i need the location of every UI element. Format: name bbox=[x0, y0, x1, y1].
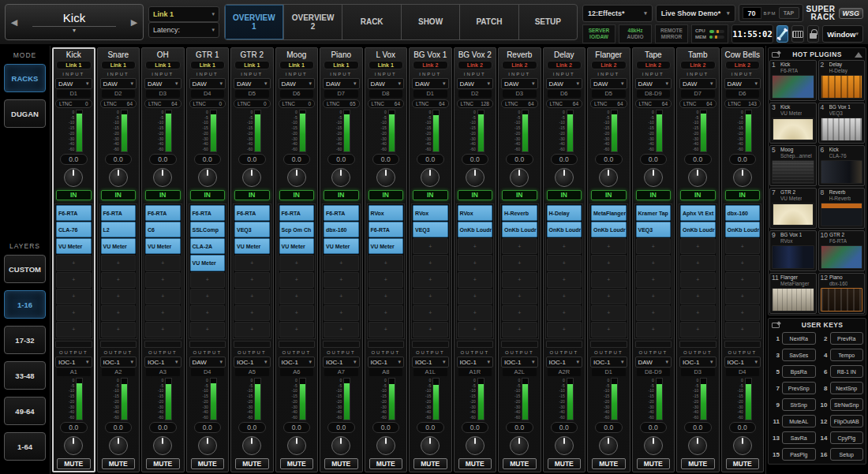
input-source-dropdown[interactable]: DAW ▾ bbox=[724, 78, 761, 89]
user-key-button-savses[interactable]: SavSes bbox=[782, 349, 816, 361]
channel-strip-gtr-2[interactable]: GTR 2 Link 1 INPUT DAW ▾ D5 LTNC 0 0-5-1… bbox=[230, 47, 274, 472]
tap-button[interactable]: TAP bbox=[779, 7, 799, 19]
hot-plugin-cell-4[interactable]: 4 BG Vox 1 VEQ3 bbox=[818, 103, 866, 144]
plugin-slot-l2[interactable]: L2 bbox=[101, 222, 137, 237]
channel-link-badge[interactable]: Link 2 bbox=[725, 61, 761, 69]
empty-plugin-slot[interactable]: + bbox=[502, 305, 537, 321]
empty-plugin-slot[interactable]: + bbox=[680, 322, 716, 338]
plugin-slot-veq3[interactable]: VEQ3 bbox=[413, 222, 448, 237]
output-source-dropdown[interactable]: IOC-1 ▾ bbox=[457, 356, 494, 368]
channel-name[interactable]: Delay bbox=[544, 49, 585, 61]
empty-plugin-slot[interactable]: + bbox=[279, 305, 315, 321]
channel-link-badge[interactable]: Link 1 bbox=[190, 61, 226, 69]
channel-name[interactable]: L Vox bbox=[366, 49, 406, 61]
output-source-dropdown[interactable]: DAW ▾ bbox=[635, 356, 672, 368]
plugin-slot-h-delay[interactable]: H-Delay bbox=[547, 205, 582, 221]
in-button[interactable]: IN bbox=[101, 190, 137, 200]
user-key-button-nextra[interactable]: NextRa bbox=[782, 332, 816, 345]
empty-plugin-slot[interactable]: + bbox=[101, 289, 137, 304]
empty-plugin-slot[interactable]: + bbox=[369, 255, 404, 271]
output-source-dropdown[interactable]: IOC-1 ▾ bbox=[55, 356, 92, 368]
empty-plugin-slot[interactable]: + bbox=[680, 238, 716, 254]
hot-plugin-thumbnail-cla-76[interactable] bbox=[821, 160, 863, 184]
plugin-slot-dbx-160[interactable]: dbx-160 bbox=[725, 205, 761, 221]
latency-dropdown[interactable]: Latency: ▾ bbox=[148, 22, 219, 38]
empty-plugin-slot[interactable]: + bbox=[324, 255, 359, 271]
plugin-slot-f6-rta[interactable]: F6-RTA bbox=[324, 205, 359, 221]
sidebar-button-racks[interactable]: RACKS bbox=[4, 64, 46, 92]
channel-name[interactable]: Moog bbox=[277, 49, 317, 61]
empty-plugin-slot[interactable]: + bbox=[101, 255, 137, 271]
in-button[interactable]: IN bbox=[591, 190, 627, 200]
plugin-slot-f6-rta[interactable]: F6-RTA bbox=[190, 205, 226, 221]
input-gain-knob[interactable] bbox=[544, 166, 585, 188]
user-key-button-muteal[interactable]: MuteAL bbox=[782, 415, 816, 427]
plugin-slot-f6-rta[interactable]: F6-RTA bbox=[56, 205, 92, 221]
hot-plugin-cell-5[interactable]: 5 Moog Schep...annel bbox=[769, 145, 817, 186]
user-key-button-nextsnp[interactable]: NextSnp bbox=[830, 382, 864, 394]
channel-strip-kick[interactable]: Kick Link 1 INPUT DAW ▾ D1 LTNC 0 0-5-10… bbox=[52, 47, 95, 472]
output-gain-knob[interactable] bbox=[410, 434, 451, 457]
empty-plugin-slot[interactable]: + bbox=[279, 255, 315, 271]
plugin-slot-onkb-loudr[interactable]: OnKb Loudr bbox=[591, 222, 627, 237]
input-gain-knob[interactable] bbox=[634, 166, 674, 188]
empty-plugin-slot[interactable]: + bbox=[502, 255, 537, 271]
output-gain-knob[interactable] bbox=[723, 434, 763, 457]
plugin-slot-f6-rta[interactable]: F6-RTA bbox=[145, 205, 181, 221]
empty-plugin-slot[interactable]: + bbox=[591, 272, 627, 288]
input-source-dropdown[interactable]: DAW ▾ bbox=[412, 78, 449, 89]
plugin-slot-rvox[interactable]: RVox bbox=[413, 205, 448, 221]
empty-plugin-slot[interactable]: + bbox=[458, 272, 493, 288]
mute-button[interactable]: MUTE bbox=[413, 458, 447, 469]
prev-channel-arrow-icon[interactable]: ◀ bbox=[8, 17, 21, 28]
channel-strip-bg-vox-1[interactable]: BG Vox 1 Link 2 INPUT DAW ▾ D1 LTNC 64 0… bbox=[409, 47, 452, 472]
empty-plugin-slot[interactable]: + bbox=[324, 322, 359, 338]
empty-plugin-slot[interactable]: + bbox=[56, 305, 92, 321]
mute-button[interactable]: MUTE bbox=[458, 458, 492, 469]
empty-plugin-slot[interactable]: + bbox=[101, 272, 137, 288]
input-gain-knob[interactable] bbox=[499, 166, 540, 188]
hot-plugin-cell-10[interactable]: 10 GTR 2 F6-RTA bbox=[818, 230, 866, 271]
plugin-slot-onkb-loudr[interactable]: OnKb Loudr bbox=[458, 222, 493, 237]
input-gain-knob[interactable] bbox=[232, 166, 272, 188]
hot-plugin-cell-8[interactable]: 8 Reverb H-Reverb bbox=[818, 188, 866, 229]
channel-name[interactable]: OH bbox=[143, 49, 183, 61]
empty-plugin-slot[interactable]: + bbox=[413, 305, 448, 321]
empty-plugin-slot[interactable]: + bbox=[234, 305, 270, 321]
empty-plugin-slot[interactable]: + bbox=[591, 322, 627, 338]
mute-button[interactable]: MUTE bbox=[280, 458, 314, 469]
channel-name[interactable]: Piano bbox=[321, 49, 361, 61]
link-dropdown[interactable]: Link 1 ▾ bbox=[148, 6, 219, 22]
channel-name[interactable]: BG Vox 2 bbox=[455, 49, 496, 61]
empty-insert-bar[interactable] bbox=[55, 341, 92, 348]
input-gain-knob[interactable] bbox=[99, 166, 139, 188]
input-source-dropdown[interactable]: DAW ▾ bbox=[234, 78, 271, 89]
panel-sort-icon[interactable] bbox=[855, 52, 862, 58]
plugin-slot-onkb-loudr[interactable]: OnKb Loudr bbox=[725, 222, 761, 237]
empty-plugin-slot[interactable]: + bbox=[547, 272, 582, 288]
output-source-dropdown[interactable]: IOC-1 ▾ bbox=[323, 356, 360, 368]
bpm-value[interactable]: 70 bbox=[743, 7, 761, 19]
empty-plugin-slot[interactable]: + bbox=[324, 305, 359, 321]
empty-insert-bar[interactable] bbox=[279, 341, 316, 348]
empty-plugin-slot[interactable]: + bbox=[458, 238, 493, 254]
empty-plugin-slot[interactable]: + bbox=[725, 305, 761, 321]
user-key-button-strnwsnp[interactable]: StrNwSnp bbox=[830, 398, 864, 411]
empty-plugin-slot[interactable]: + bbox=[636, 255, 672, 271]
empty-plugin-slot[interactable]: + bbox=[369, 305, 404, 321]
hot-plugin-thumbnail-veq3[interactable] bbox=[821, 118, 863, 141]
channel-strip-reverb[interactable]: Reverb Link 2 INPUT DAW ▾ D3 LTNC 64 0-5… bbox=[498, 47, 541, 472]
empty-insert-bar[interactable] bbox=[635, 341, 672, 348]
channel-link-badge[interactable]: Link 2 bbox=[502, 61, 537, 69]
empty-plugin-slot[interactable]: + bbox=[458, 255, 493, 271]
output-gain-knob[interactable] bbox=[54, 434, 94, 457]
empty-insert-bar[interactable] bbox=[100, 341, 137, 348]
plugin-slot-vu-meter[interactable]: VU Meter bbox=[279, 238, 315, 254]
mute-button[interactable]: MUTE bbox=[235, 458, 269, 469]
channel-strip-gtr-1[interactable]: GTR 1 Link 1 INPUT DAW ▾ D4 LTNC 0 0-5-1… bbox=[186, 47, 230, 472]
output-source-dropdown[interactable]: IOC-1 ▾ bbox=[100, 356, 137, 368]
hot-plugin-cell-3[interactable]: 3 Kick VU Meter bbox=[769, 103, 817, 144]
plugin-slot-cla-2a[interactable]: CLA-2A bbox=[190, 238, 226, 254]
empty-plugin-slot[interactable]: + bbox=[591, 305, 627, 321]
sidebar-button-17-32[interactable]: 17-32 bbox=[4, 326, 46, 354]
